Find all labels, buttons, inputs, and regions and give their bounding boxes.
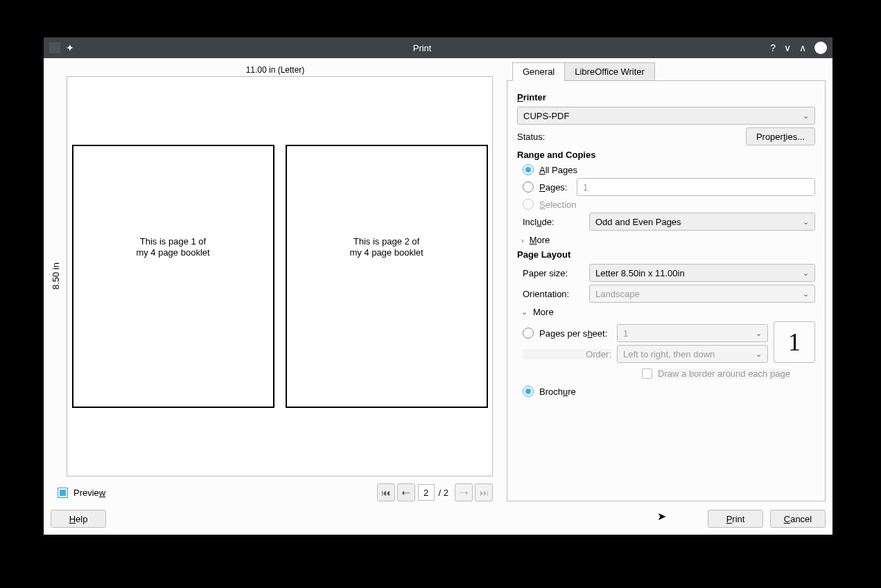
page-total-label: / 2	[439, 488, 448, 498]
radio-brochure-label[interactable]: Brochure	[539, 386, 576, 397]
paper-size-select[interactable]: Letter 8.50in x 11.00in⌄	[589, 264, 815, 282]
radio-pages-label[interactable]: Pages:	[539, 182, 571, 193]
next-page-button[interactable]: 🠒	[455, 483, 473, 501]
prev-page-button[interactable]: 🠐	[397, 483, 415, 501]
pages-per-sheet-preview: 1	[774, 321, 815, 363]
page-number-input[interactable]	[418, 484, 435, 501]
layout-more-expander[interactable]: ⌄ More	[521, 307, 815, 317]
preview-canvas: This is page 1 ofmy 4 page booklet This …	[67, 76, 493, 476]
radio-pages-per-sheet[interactable]	[523, 328, 534, 339]
cancel-button[interactable]: Cancel	[770, 510, 826, 528]
minimize-icon[interactable]: ∨	[784, 42, 791, 53]
close-icon[interactable]: ✕	[814, 42, 827, 54]
preview-page-2: This is page 2 ofmy 4 page booklet	[286, 145, 488, 408]
radio-selection-label: Selection	[539, 199, 576, 210]
section-range: Range and Copies	[517, 150, 815, 160]
draw-border-checkbox	[642, 368, 652, 379]
pages-per-sheet-select: 1⌄	[617, 324, 768, 342]
maximize-icon[interactable]: ∧	[799, 42, 806, 53]
orientation-label: Orientation:	[523, 289, 584, 299]
order-label: Order:	[523, 349, 611, 359]
pin-icon[interactable]: ✦	[66, 42, 74, 53]
include-select[interactable]: Odd and Even Pages⌄	[589, 213, 815, 231]
radio-all-pages-label[interactable]: All Pages	[539, 165, 577, 175]
print-button[interactable]: Print	[708, 510, 763, 528]
tab-general[interactable]: General	[512, 62, 565, 81]
order-select: Left to right, then down⌄	[617, 345, 768, 363]
draw-border-label: Draw a border around each page	[658, 368, 790, 379]
first-page-button[interactable]: ⏮	[377, 483, 395, 501]
paper-size-label: Paper size:	[523, 268, 584, 278]
section-layout: Page Layout	[517, 249, 815, 260]
print-dialog: ✦ Print ? ∨ ∧ ✕ 11.00 in (Letter) 8.50 i…	[44, 37, 832, 535]
titlebar: ✦ Print ? ∨ ∧ ✕	[44, 37, 832, 58]
page-width-label: 11.00 in (Letter)	[51, 62, 500, 76]
radio-all-pages[interactable]	[523, 164, 534, 175]
pages-per-sheet-label[interactable]: Pages per sheet:	[539, 328, 611, 339]
app-icon	[49, 42, 60, 53]
help-button[interactable]: Help	[51, 510, 106, 528]
printer-select[interactable]: CUPS-PDF⌄	[517, 107, 815, 125]
preview-checkbox-label[interactable]: Preview	[73, 488, 105, 498]
printer-status-label: Status:	[517, 132, 545, 142]
settings-pane: General LibreOffice Writer Printer CUPS-…	[507, 62, 826, 501]
preview-page-1: This is page 1 ofmy 4 page booklet	[72, 145, 274, 408]
preview-pane: 11.00 in (Letter) 8.50 in This is page 1…	[51, 62, 500, 501]
dialog-footer: Help Print Cancel	[51, 501, 826, 528]
radio-brochure[interactable]	[523, 386, 534, 397]
radio-pages[interactable]	[523, 181, 534, 193]
help-icon[interactable]: ?	[770, 42, 776, 53]
properties-button[interactable]: Properties...	[746, 127, 815, 145]
orientation-select: Landscape⌄	[589, 285, 815, 303]
tab-writer[interactable]: LibreOffice Writer	[564, 62, 655, 81]
pages-input[interactable]: 1	[577, 178, 815, 196]
section-printer: Printer	[517, 92, 815, 103]
preview-checkbox[interactable]	[58, 488, 68, 498]
last-page-button[interactable]: ⏭	[475, 483, 493, 501]
page-height-label: 8.50 in	[51, 76, 61, 476]
include-label: Include:	[523, 217, 584, 227]
range-more-expander[interactable]: › More	[521, 235, 815, 245]
window-title: Print	[74, 43, 770, 53]
radio-selection	[523, 199, 534, 210]
